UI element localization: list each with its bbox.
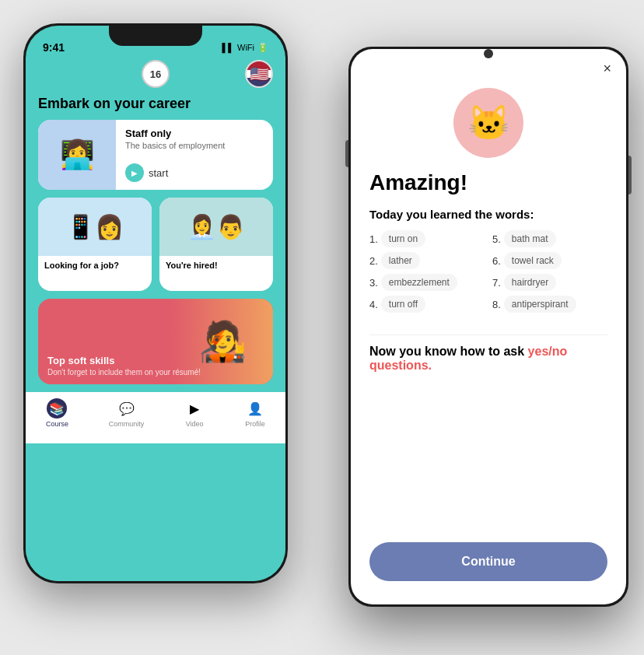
- right-phone-notch: [484, 49, 493, 58]
- start-btn-label: start: [149, 167, 168, 179]
- small-card-job[interactable]: 📱👩 Looking for a job?: [38, 198, 152, 291]
- know-text-normal: Now you know how to ask: [369, 345, 528, 358]
- start-arrow-icon: ▶: [125, 163, 144, 182]
- word-item-8: 8. antiperspirant: [492, 296, 607, 313]
- notch: [109, 26, 202, 46]
- video-icon: ▶: [184, 398, 205, 419]
- word-number-4: 4.: [369, 299, 378, 310]
- nav-course[interactable]: 📚 Course: [46, 398, 68, 428]
- small-cards-row: 📱👩 Looking for a job? 👩‍💼👨 You're hired!: [38, 198, 273, 291]
- nav-video-label: Video: [186, 420, 204, 428]
- nav-profile-label: Profile: [245, 420, 265, 428]
- section-title: Embark on your career: [38, 96, 273, 112]
- word-item-6: 6. towel rack: [492, 252, 607, 269]
- continue-button[interactable]: Continue: [369, 542, 607, 581]
- nav-profile[interactable]: 👤 Profile: [245, 398, 265, 428]
- word-number-2: 2.: [369, 255, 378, 267]
- featured-card-image: 👩‍💻: [38, 120, 116, 190]
- streak-badge: 16: [142, 60, 170, 88]
- right-phone-screen: × 🐱 Amazing! Today you learned the words…: [351, 49, 626, 604]
- large-card-subtitle: Don't forget to include them on your rés…: [47, 368, 201, 377]
- featured-illustration: 👩‍💻: [60, 138, 95, 171]
- word-tag-2: lather: [381, 252, 420, 269]
- word-item-5: 5. bath mat: [492, 230, 607, 247]
- know-section: Now you know how to ask yes/no questions…: [369, 345, 607, 373]
- small-card-job-label: Looking for a job?: [38, 256, 152, 275]
- divider: [369, 335, 607, 335]
- featured-card[interactable]: 👩‍💻 Staff only The basics of employment …: [38, 120, 273, 190]
- small-card-hired-image: 👩‍💼👨: [159, 198, 273, 256]
- words-grid: 1. turn on 5. bath mat 2. lather 6. towe…: [369, 230, 607, 313]
- status-icons: ▌▌ WiFi 🔋: [222, 43, 268, 53]
- featured-card-body: Staff only The basics of employment ▶ st…: [116, 120, 273, 190]
- large-card[interactable]: 🧑‍🎤 Top soft skills Don't forget to incl…: [38, 299, 273, 384]
- top-bar: 16 🇺🇸: [38, 60, 273, 88]
- amazing-title: Amazing!: [369, 170, 607, 195]
- nav-community-label: Community: [109, 420, 145, 428]
- word-number-7: 7.: [492, 277, 501, 289]
- status-time: 9:41: [43, 41, 65, 54]
- word-tag-7: hairdryer: [504, 274, 556, 291]
- start-button[interactable]: ▶ start: [125, 163, 264, 182]
- nav-community[interactable]: 💬 Community: [109, 398, 145, 428]
- job-illustration: 📱👩: [66, 213, 124, 240]
- scene: 9:41 ▌▌ WiFi 🔋 16 🇺🇸 Embark on your care…: [0, 0, 644, 655]
- flag-icon: 🇺🇸: [245, 60, 273, 88]
- cat-avatar: 🐱: [453, 88, 523, 158]
- word-tag-5: bath mat: [504, 230, 556, 247]
- word-number-6: 6.: [492, 255, 501, 267]
- word-item-3: 3. embezzlement: [369, 274, 485, 291]
- small-card-hired-label: You're hired!: [159, 256, 273, 275]
- word-item-2: 2. lather: [369, 252, 485, 269]
- small-card-hired[interactable]: 👩‍💼👨 You're hired!: [159, 198, 273, 291]
- large-card-body: Top soft skills Don't forget to include …: [47, 355, 201, 377]
- word-number-8: 8.: [492, 299, 501, 310]
- hired-illustration: 👩‍💼👨: [187, 213, 245, 240]
- left-phone: 9:41 ▌▌ WiFi 🔋 16 🇺🇸 Embark on your care…: [23, 23, 288, 583]
- right-phone: × 🐱 Amazing! Today you learned the words…: [348, 47, 628, 607]
- word-tag-8: antiperspirant: [504, 296, 576, 313]
- modal-content: × 🐱 Amazing! Today you learned the words…: [351, 49, 626, 604]
- phone-content: 16 🇺🇸 Embark on your career 👩‍💻 Staff on…: [26, 57, 285, 581]
- nav-video[interactable]: ▶ Video: [184, 398, 205, 428]
- word-number-1: 1.: [369, 233, 378, 245]
- word-tag-4: turn off: [381, 296, 425, 313]
- word-tag-6: towel rack: [504, 252, 562, 269]
- bottom-nav: 📚 Course 💬 Community ▶ Video 👤 Profile: [26, 392, 285, 443]
- profile-icon: 👤: [245, 398, 265, 419]
- community-icon: 💬: [117, 398, 137, 419]
- close-button[interactable]: ×: [603, 61, 611, 77]
- small-card-job-image: 📱👩: [38, 198, 152, 256]
- word-item-7: 7. hairdryer: [492, 274, 607, 291]
- word-number-3: 3.: [369, 277, 378, 289]
- word-tag-1: turn on: [381, 230, 425, 247]
- featured-card-subtitle: The basics of employment: [125, 141, 264, 150]
- nav-course-label: Course: [46, 420, 68, 428]
- course-icon: 📚: [47, 398, 67, 419]
- word-number-5: 5.: [492, 233, 501, 245]
- word-item-1: 1. turn on: [369, 230, 485, 247]
- featured-card-title: Staff only: [125, 128, 264, 139]
- word-tag-3: embezzlement: [381, 274, 457, 291]
- words-section-title: Today you learned the words:: [369, 208, 607, 221]
- large-card-title: Top soft skills: [47, 355, 201, 366]
- word-item-4: 4. turn off: [369, 296, 485, 313]
